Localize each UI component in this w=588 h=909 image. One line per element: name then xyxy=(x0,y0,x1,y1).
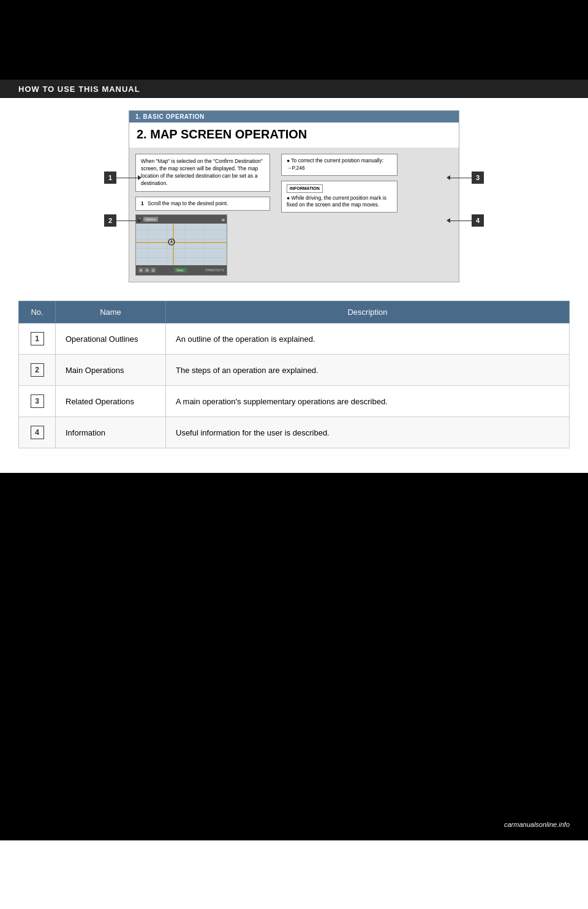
map-gridline-h3 xyxy=(136,248,227,249)
doc-preview-title-text: 2. MAP SCREEN OPERATION xyxy=(137,127,307,141)
related-box: ● To correct the current position manual… xyxy=(281,154,398,176)
table-row: 1 Operational Outlines An outline of the… xyxy=(19,323,570,355)
table-cell-desc-4: Useful information for the user is descr… xyxy=(166,417,570,448)
doc-preview-header: 1. BASIC OPERATION xyxy=(129,111,459,123)
map-zoom-btn[interactable]: ⊕ xyxy=(138,268,143,273)
map-footer: ⊕ ⊖ ◎ Dest. ©PMSTNCTS xyxy=(136,265,227,275)
num-badge-4: 4 xyxy=(31,426,44,439)
map-footer-btns: ⊕ ⊖ ◎ xyxy=(138,268,156,273)
callout-1-row: 1 xyxy=(104,172,141,184)
table-row: 4 Information Useful information for the… xyxy=(19,417,570,448)
table-cell-no-4: 4 xyxy=(19,417,56,448)
callout-line-4 xyxy=(450,221,472,221)
bottom-logo: carmanualsonline.info xyxy=(504,821,570,828)
callout-label-1: 1 xyxy=(104,172,116,184)
map-toolbar: N Options ⊞ xyxy=(136,215,227,224)
info-label-text: INFORMATION xyxy=(290,186,320,190)
num-badge-3: 3 xyxy=(31,394,44,408)
map-gridline-h1 xyxy=(136,230,227,230)
table-cell-name-2: Main Operations xyxy=(56,355,166,386)
step-text: Scroll the map to the desired point. xyxy=(148,200,228,206)
callout-label-3: 3 xyxy=(472,172,484,184)
callout-2-row: 2 xyxy=(104,214,141,227)
callout-line-3 xyxy=(450,178,472,178)
bottom-black-area: carmanualsonline.info xyxy=(0,473,588,840)
map-dest-btn[interactable]: Dest. xyxy=(174,268,187,273)
table-cell-desc-1: An outline of the operation is explained… xyxy=(166,323,570,355)
table-header-row: No. Name Description xyxy=(19,301,570,323)
info-table: No. Name Description 1 Operation xyxy=(18,301,570,448)
main-content: 1 2 3 xyxy=(0,98,588,473)
map-gridline-h2 xyxy=(136,239,227,240)
map-screenshot: N Options ⊞ xyxy=(135,214,227,276)
table-cell-desc-2: The steps of an operation are explained. xyxy=(166,355,570,386)
table-body: 1 Operational Outlines An outline of the… xyxy=(19,323,570,448)
callout-label-4: 4 xyxy=(472,214,484,227)
outline-box: When "Map" is selected on the "Confirm D… xyxy=(135,154,270,192)
callout-4-row: 4 xyxy=(447,214,484,227)
map-options-btn[interactable]: Options xyxy=(143,217,157,222)
callout-line-1 xyxy=(116,178,138,178)
callout-label-2: 2 xyxy=(104,214,116,227)
doc-preview-body: When "Map" is selected on the "Confirm D… xyxy=(129,148,459,282)
top-black-bar xyxy=(0,0,588,80)
preview-right-col: ● To correct the current position manual… xyxy=(281,154,398,276)
map-body xyxy=(136,224,227,265)
map-position-marker xyxy=(168,237,175,244)
map-copyright: ©PMSTNCTS xyxy=(205,268,224,272)
map-road-h xyxy=(136,242,227,243)
table-header-desc: Description xyxy=(166,301,570,323)
map-icon: ⊞ xyxy=(222,217,225,222)
callout-arrow-2 xyxy=(138,218,141,223)
doc-preview-title: 2. MAP SCREEN OPERATION xyxy=(129,123,459,148)
right-callout-labels: 3 4 xyxy=(447,172,484,227)
table-cell-name-4: Information xyxy=(56,417,166,448)
map-zoom-out-btn[interactable]: ⊖ xyxy=(145,268,149,273)
map-gridline-v3 xyxy=(185,224,186,265)
map-gridline-h4 xyxy=(136,257,227,258)
map-gridline-v2 xyxy=(167,224,167,265)
callout-3-row: 3 xyxy=(447,172,484,184)
table-cell-name-1: Operational Outlines xyxy=(56,323,166,355)
callout-line-2 xyxy=(116,221,138,221)
map-gridline-v1 xyxy=(148,224,149,265)
callout-arrow-1 xyxy=(138,175,141,180)
outline-text: When "Map" is selected on the "Confirm D… xyxy=(141,158,263,186)
table-cell-desc-3: A main operation's supplementary operati… xyxy=(166,386,570,417)
svg-marker-1 xyxy=(170,240,173,243)
table-row: 2 Main Operations The steps of an operat… xyxy=(19,355,570,386)
steps-box: 1 Scroll the map to the desired point. xyxy=(135,197,270,211)
table-header-no: No. xyxy=(19,301,56,323)
info-box-label: INFORMATION xyxy=(287,184,323,193)
left-callout-labels: 1 2 xyxy=(104,172,141,227)
table-cell-no-3: 3 xyxy=(19,386,56,417)
info-text: ● While driving, the current position ma… xyxy=(287,195,386,208)
section-header-bar: HOW TO USE THIS MANUAL xyxy=(0,80,588,98)
map-center-btn[interactable]: ◎ xyxy=(151,268,156,273)
table-cell-no-2: 2 xyxy=(19,355,56,386)
page-wrapper: HOW TO USE THIS MANUAL 1 2 xyxy=(0,0,588,909)
doc-preview-header-text: 1. BASIC OPERATION xyxy=(135,113,205,120)
table-cell-no-1: 1 xyxy=(19,323,56,355)
table-cell-name-3: Related Operations xyxy=(56,386,166,417)
info-box-preview: INFORMATION ● While driving, the current… xyxy=(281,181,398,213)
table-row: 3 Related Operations A main operation's … xyxy=(19,386,570,417)
preview-left-col: When "Map" is selected on the "Confirm D… xyxy=(135,154,270,276)
section-header-text: HOW TO USE THIS MANUAL xyxy=(18,85,140,94)
doc-preview: 1. BASIC OPERATION 2. MAP SCREEN OPERATI… xyxy=(129,110,459,282)
map-gridline-v4 xyxy=(203,224,204,265)
table-header-name: Name xyxy=(56,301,166,323)
num-badge-2: 2 xyxy=(31,363,44,377)
num-badge-1: 1 xyxy=(31,332,44,345)
doc-preview-wrapper: 1 2 3 xyxy=(92,110,496,282)
preview-columns: When "Map" is selected on the "Confirm D… xyxy=(135,154,453,276)
related-text: ● To correct the current position manual… xyxy=(287,157,383,171)
